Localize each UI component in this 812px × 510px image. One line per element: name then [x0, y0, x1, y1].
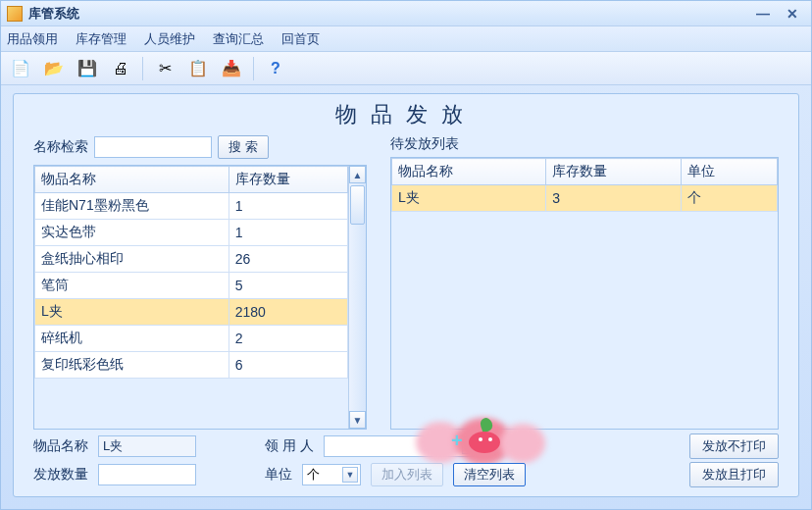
pending-label: 待发放列表 — [390, 135, 779, 153]
qty-field[interactable] — [98, 464, 196, 485]
cell-qty: 2 — [228, 326, 347, 352]
cell-name: 笔筒 — [35, 273, 229, 299]
help-icon[interactable]: ? — [262, 55, 289, 82]
table-row[interactable]: 实达色带1 — [35, 220, 348, 246]
menu-item-stock[interactable]: 库存管理 — [76, 30, 127, 48]
menu-item-query[interactable]: 查询汇总 — [213, 30, 264, 48]
scroll-up-icon[interactable]: ▲ — [349, 166, 366, 183]
close-button[interactable]: ✕ — [780, 5, 805, 23]
chevron-down-icon[interactable]: ▼ — [342, 467, 358, 483]
copy-icon[interactable]: 📋 — [184, 55, 212, 82]
cell-qty: 26 — [228, 246, 347, 273]
new-icon[interactable]: 📄 — [7, 55, 34, 82]
table-row[interactable]: 佳能N71墨粉黑色1 — [35, 193, 348, 220]
cell-name: L夹 — [35, 299, 229, 326]
paste-icon[interactable]: 📥 — [218, 55, 245, 82]
name-field — [98, 435, 196, 457]
toolbar-separator — [142, 57, 143, 80]
add-to-list-button[interactable]: 加入列表 — [371, 463, 443, 486]
menu-item-staff[interactable]: 人员维护 — [144, 30, 195, 48]
pending-grid[interactable]: 物品名称 库存数量 单位 L夹3个 — [390, 157, 779, 430]
issue-print-button[interactable]: 发放且打印 — [689, 462, 779, 487]
qty-label: 发放数量 — [33, 466, 88, 484]
minimize-button[interactable]: — — [750, 5, 776, 23]
search-label: 名称检索 — [33, 138, 88, 156]
table-row[interactable]: L夹3个 — [392, 185, 778, 212]
toolbar: 📄 📂 💾 🖨 ✂ 📋 📥 ? — [1, 52, 811, 85]
window-title: 库管系统 — [28, 5, 79, 23]
print-icon[interactable]: 🖨 — [107, 55, 134, 82]
cell-name: L夹 — [392, 185, 546, 212]
cell-unit: 个 — [681, 185, 777, 212]
cell-name: 盒纸抽心相印 — [35, 246, 229, 273]
issue-noprint-button[interactable]: 发放不打印 — [689, 434, 779, 459]
table-row[interactable]: L夹2180 — [35, 299, 348, 326]
stock-col-name[interactable]: 物品名称 — [35, 167, 229, 193]
cell-qty: 1 — [228, 193, 347, 220]
page-title: 物品发放 — [14, 100, 798, 129]
cell-qty: 1 — [228, 220, 347, 246]
table-row[interactable]: 笔筒5 — [35, 273, 348, 299]
app-icon — [7, 6, 23, 22]
cut-icon[interactable]: ✂ — [151, 55, 178, 82]
chevron-down-icon[interactable]: ▼ — [462, 438, 478, 454]
clear-list-button[interactable]: 清空列表 — [453, 463, 526, 486]
main-panel: 物品发放 名称检索 搜 索 物品名称 — [13, 93, 799, 497]
unit-combo[interactable]: 个 ▼ — [302, 464, 361, 485]
pending-col-name[interactable]: 物品名称 — [392, 159, 546, 185]
pending-col-qty[interactable]: 库存数量 — [546, 159, 682, 185]
table-row[interactable]: 碎纸机2 — [35, 326, 348, 352]
cell-name: 碎纸机 — [35, 326, 229, 352]
user-label: 领 用 人 — [265, 437, 314, 455]
search-button[interactable]: 搜 索 — [218, 135, 269, 159]
pending-col-unit[interactable]: 单位 — [681, 159, 777, 185]
menu-item-supply[interactable]: 用品领用 — [7, 30, 58, 48]
user-combo[interactable]: ▼ — [324, 435, 481, 457]
cell-name: 复印纸彩色纸 — [35, 352, 229, 379]
titlebar: 库管系统 — ✕ — [1, 1, 811, 26]
name-label: 物品名称 — [33, 437, 88, 455]
stock-scrollbar[interactable]: ▲ ▼ — [348, 166, 366, 429]
cell-name: 佳能N71墨粉黑色 — [35, 193, 229, 220]
cell-name: 实达色带 — [35, 220, 229, 246]
toolbar-separator — [253, 57, 254, 80]
cell-qty: 5 — [228, 273, 347, 299]
scroll-down-icon[interactable]: ▼ — [349, 411, 366, 429]
cell-qty: 6 — [228, 352, 347, 379]
table-row[interactable]: 复印纸彩色纸6 — [35, 352, 348, 379]
app-window: 库管系统 — ✕ 用品领用 库存管理 人员维护 查询汇总 回首页 📄 📂 💾 🖨… — [0, 0, 812, 510]
table-row[interactable]: 盒纸抽心相印26 — [35, 246, 348, 273]
unit-value: 个 — [307, 466, 338, 484]
menu-item-home[interactable]: 回首页 — [281, 30, 320, 48]
search-input[interactable] — [94, 136, 212, 158]
menubar: 用品领用 库存管理 人员维护 查询汇总 回首页 — [1, 26, 811, 52]
scroll-thumb[interactable] — [350, 185, 365, 225]
open-icon[interactable]: 📂 — [40, 55, 68, 82]
stock-col-qty[interactable]: 库存数量 — [228, 167, 347, 193]
unit-label: 单位 — [265, 466, 292, 484]
cell-qty: 3 — [546, 185, 682, 212]
stock-grid[interactable]: 物品名称 库存数量 佳能N71墨粉黑色1实达色带1盒纸抽心相印26笔筒5L夹21… — [33, 165, 367, 430]
save-icon[interactable]: 💾 — [74, 55, 101, 82]
cell-qty: 2180 — [228, 299, 347, 326]
